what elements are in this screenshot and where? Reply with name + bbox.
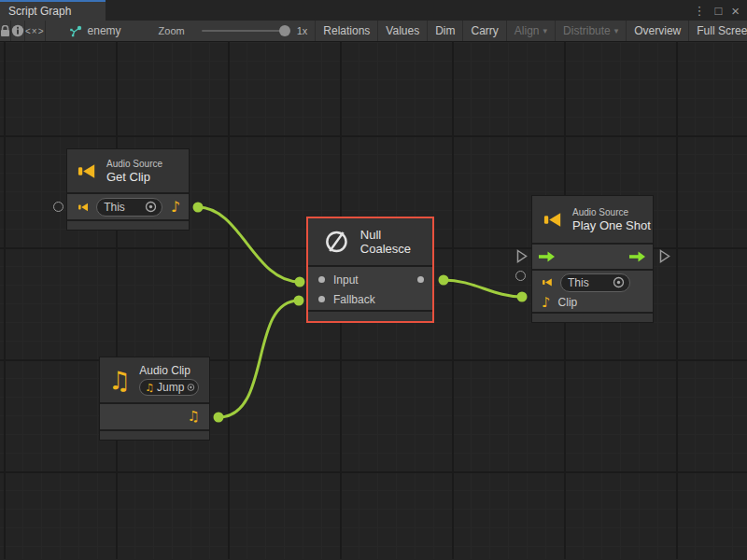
zoom-slider-knob[interactable]	[279, 25, 290, 36]
result-port[interactable]	[417, 276, 424, 283]
node-category: Audio Source	[572, 206, 651, 218]
wire-endpoint	[193, 203, 204, 213]
clip-port-label: Clip	[558, 296, 578, 309]
wire-endpoint	[214, 413, 224, 423]
wire-endpoint	[517, 292, 528, 302]
carry-button[interactable]: Carry	[462, 21, 505, 41]
playoneshot-enter-port[interactable]	[516, 249, 528, 267]
wire-getclip-to-input	[198, 207, 300, 282]
fallback-port-label: Fallback	[333, 293, 375, 306]
node-get-clip[interactable]: Audio Source Get Clip This ♪	[66, 148, 190, 231]
playoneshot-exit-port[interactable]	[659, 249, 670, 267]
getclip-target-port[interactable]	[53, 202, 63, 212]
relations-button[interactable]: Relations	[315, 21, 377, 41]
chevron-down-icon: ▾	[614, 27, 619, 35]
graph-name: enemy	[88, 24, 121, 37]
audio-clip-mini-icon: ♫	[145, 383, 154, 393]
info-icon	[11, 24, 24, 37]
zoom-control: Zoom 1x	[159, 21, 308, 41]
fallback-port[interactable]	[318, 296, 325, 302]
code-view-button[interactable]: <×>	[25, 21, 46, 41]
audio-clip-port-icon[interactable]: ♪	[171, 200, 180, 215]
dim-button[interactable]: Dim	[427, 21, 462, 41]
toolbar-buttons: Relations Values Dim Carry Align ▾ Distr…	[315, 21, 747, 41]
value-port-icon[interactable]: ♫	[188, 410, 200, 424]
distribute-button: Distribute ▾	[555, 21, 626, 41]
inspector-button[interactable]	[11, 21, 25, 41]
wire-endpoint	[439, 275, 449, 286]
object-picker-icon[interactable]	[187, 382, 195, 393]
node-title: Null Coalesce	[360, 228, 432, 256]
graph-toolbar: <×> enemy Zoom 1x Relations Values Dim C…	[0, 21, 747, 42]
close-icon[interactable]: ×	[731, 4, 740, 18]
lock-icon	[0, 25, 10, 37]
lock-button[interactable]	[0, 21, 11, 41]
zoom-value: 1x	[297, 25, 308, 36]
wire-result-to-clip	[444, 280, 522, 297]
input-port-label: Input	[333, 273, 359, 287]
tab-bar: Script Graph ⋮ □ ×	[0, 0, 747, 21]
tab-script-graph[interactable]: Script Graph	[0, 0, 106, 21]
jump-object-field[interactable]: ♫ Jump	[139, 379, 199, 396]
playoneshot-target-port[interactable]	[515, 271, 526, 281]
node-null-coalesce[interactable]: Null Coalesce Input Fallback	[306, 217, 434, 323]
graph-reference[interactable]: enemy	[69, 21, 121, 41]
align-button: Align ▾	[506, 21, 555, 41]
audio-source-icon	[543, 209, 564, 231]
wire-audioclip-to-fallback	[218, 301, 299, 417]
node-audio-clip-variable[interactable]: ♫ Audio Clip ♫ Jump ♫	[99, 357, 210, 441]
audio-source-icon	[77, 161, 98, 182]
fullscreen-button[interactable]: Full Screen	[688, 21, 747, 41]
input-port[interactable]	[318, 276, 325, 283]
node-title: Play One Shot	[572, 218, 651, 233]
values-button[interactable]: Values	[377, 21, 427, 41]
this-object-field[interactable]: This	[96, 198, 162, 217]
tab-title: Script Graph	[8, 5, 71, 18]
audio-clip-port-icon[interactable]: ♪	[542, 296, 551, 310]
node-category: Audio Source	[106, 158, 162, 170]
wire-endpoint	[295, 277, 305, 287]
object-picker-icon[interactable]	[145, 201, 157, 213]
zoom-slider[interactable]	[202, 30, 288, 32]
audio-source-icon	[78, 201, 90, 214]
overview-button[interactable]: Overview	[626, 21, 688, 41]
graph-canvas[interactable]: Audio Source Get Clip This ♪	[0, 42, 747, 559]
graph-icon	[69, 25, 82, 37]
control-output-arrow-icon[interactable]	[629, 251, 646, 262]
audio-source-icon	[542, 276, 554, 288]
audio-clip-icon: ♫	[108, 368, 131, 393]
object-picker-icon[interactable]	[613, 276, 625, 288]
node-play-one-shot[interactable]: Audio Source Play One Shot This	[531, 195, 654, 323]
node-title: Audio Clip	[139, 364, 199, 378]
zoom-label: Zoom	[159, 25, 185, 36]
null-coalesce-icon	[323, 228, 350, 256]
this-object-field[interactable]: This	[560, 273, 630, 292]
chevron-down-icon: ▾	[543, 27, 548, 35]
menu-icon[interactable]: ⋮	[693, 5, 705, 17]
code-icon: <×>	[25, 26, 45, 36]
control-input-arrow-icon[interactable]	[539, 251, 556, 262]
window-controls: ⋮ □ ×	[693, 0, 747, 21]
wire-endpoint	[294, 296, 304, 306]
maximize-icon[interactable]: □	[714, 5, 722, 17]
node-title: Get Clip	[106, 170, 162, 185]
